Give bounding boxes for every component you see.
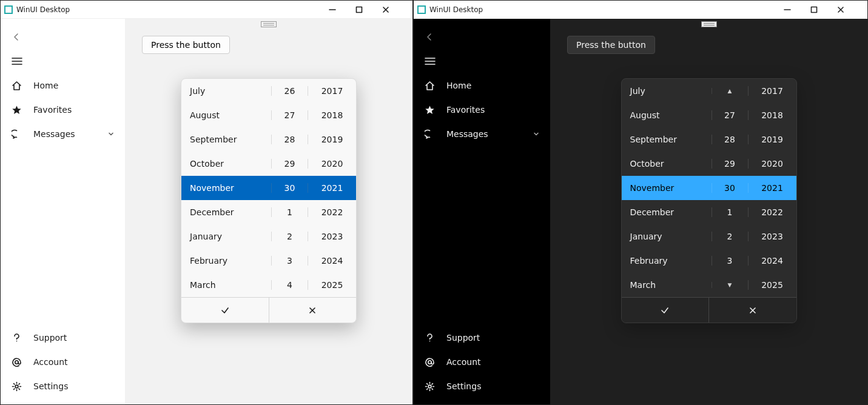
picker-month: July [181,86,271,96]
picker-month: August [181,110,271,120]
window-title: WinUI Desktop [429,5,483,14]
maximize-button[interactable] [355,6,382,13]
picker-row[interactable]: March▼2025 [622,273,796,297]
picker-row[interactable]: January22023 [622,224,796,249]
picker-row[interactable]: February32024 [622,249,796,273]
hamburger-button[interactable] [414,49,550,73]
sidebar: HomeFavoritesMessages SupportAccountSett… [1,19,125,404]
nav-item-support[interactable]: Support [414,326,550,350]
picker-day: 30 [271,183,308,193]
picker-row[interactable]: July262017 [181,79,356,103]
picker-day: 1 [271,207,308,217]
picker-row[interactable]: October292020 [622,152,796,176]
picker-day: 28 [271,135,308,144]
picker-row[interactable]: January22023 [181,224,356,249]
maximize-button[interactable] [810,6,837,13]
picker-row[interactable]: September282019 [181,127,356,152]
nav-item-home[interactable]: Home [414,73,550,98]
date-picker[interactable]: July262017August272018September282019Oct… [181,78,357,323]
close-button[interactable] [382,6,409,13]
nav-item-label: Account [446,357,539,367]
picker-month: August [622,110,712,120]
nav-item-label: Support [446,333,539,343]
svg-point-8 [15,385,18,388]
back-button[interactable] [414,25,550,49]
drag-handle-icon[interactable] [701,21,717,27]
picker-year: 2018 [748,110,796,120]
picker-day: 3 [712,256,748,266]
picker-year: 2022 [308,207,356,217]
nav-item-account[interactable]: Account [414,350,550,374]
picker-day: 2 [271,232,308,241]
nav-item-messages[interactable]: Messages [1,122,125,146]
picker-day: 27 [271,110,308,120]
picker-year: 2017 [748,86,796,96]
chevron-down-icon [108,131,114,137]
chevron-down-icon [533,131,539,137]
picker-cancel-button[interactable] [269,298,357,323]
picker-row[interactable]: December12022 [181,200,356,224]
svg-point-7 [15,360,18,363]
picker-day: 2 [712,232,748,241]
minimize-button[interactable] [784,6,810,13]
picker-day: 28 [712,135,748,144]
minimize-button[interactable] [329,6,355,13]
picker-year: 2023 [308,232,356,241]
nav-item-label: Account [33,357,114,367]
nav-item-label: Home [33,81,114,90]
picker-row[interactable]: December12022 [622,200,796,224]
picker-month: February [181,256,271,266]
nav-item-favorites[interactable]: Favorites [1,98,125,122]
picker-cancel-button[interactable] [708,298,796,323]
picker-row[interactable]: August272018 [622,103,796,127]
picker-month: September [181,135,271,144]
picker-day: 30 [712,183,748,193]
nav-item-support[interactable]: Support [1,326,125,350]
date-picker[interactable]: July▲2017August272018September282019Octo… [621,78,797,323]
nav-item-settings[interactable]: Settings [1,374,125,398]
picker-month: December [181,207,271,217]
app-window-dark: WinUI Desktop HomeFavoritesMessages Supp… [413,0,868,405]
picker-year: 2023 [748,232,796,241]
nav-item-label: Home [446,81,539,90]
press-button[interactable]: Press the button [567,36,655,54]
picker-day: 29 [712,159,748,169]
sidebar: HomeFavoritesMessages SupportAccountSett… [414,19,550,404]
picker-year: 2025 [748,280,796,290]
picker-row[interactable]: August272018 [181,103,356,127]
press-button[interactable]: Press the button [142,36,230,54]
drag-handle-icon[interactable] [261,21,277,27]
nav-item-favorites[interactable]: Favorites [414,98,550,122]
nav-item-home[interactable]: Home [1,73,125,98]
picker-accept-button[interactable] [181,298,269,323]
back-button[interactable] [1,25,125,49]
content-area: Press the button July▲2017August272018Se… [550,19,867,404]
home-icon [12,81,22,91]
picker-row[interactable]: November302021 [622,176,796,200]
nav-item-account[interactable]: Account [1,350,125,374]
nav-item-messages[interactable]: Messages [414,122,550,146]
svg-rect-1 [357,7,362,12]
nav-item-settings[interactable]: Settings [414,374,550,398]
picker-accept-button[interactable] [622,298,709,323]
picker-year: 2021 [748,183,796,193]
picker-year: 2020 [308,159,356,169]
window-title: WinUI Desktop [16,5,70,14]
picker-day-arrow-icon: ▼ [712,282,748,288]
app-window-light: WinUI Desktop HomeFavoritesMessages Supp… [0,0,413,405]
nav-item-label: Messages [446,129,522,139]
picker-year: 2017 [308,86,356,96]
picker-row[interactable]: July▲2017 [622,79,796,103]
picker-row[interactable]: October292020 [181,152,356,176]
help-icon [425,333,436,343]
picker-row[interactable]: March42025 [181,273,356,297]
close-button[interactable] [837,6,864,13]
picker-month: January [622,232,712,241]
hamburger-button[interactable] [1,49,125,73]
app-icon [417,5,426,14]
help-icon [12,333,22,343]
picker-row[interactable]: September282019 [622,127,796,152]
star-icon [12,105,22,115]
picker-row[interactable]: February32024 [181,249,356,273]
picker-row[interactable]: November302021 [181,176,356,200]
